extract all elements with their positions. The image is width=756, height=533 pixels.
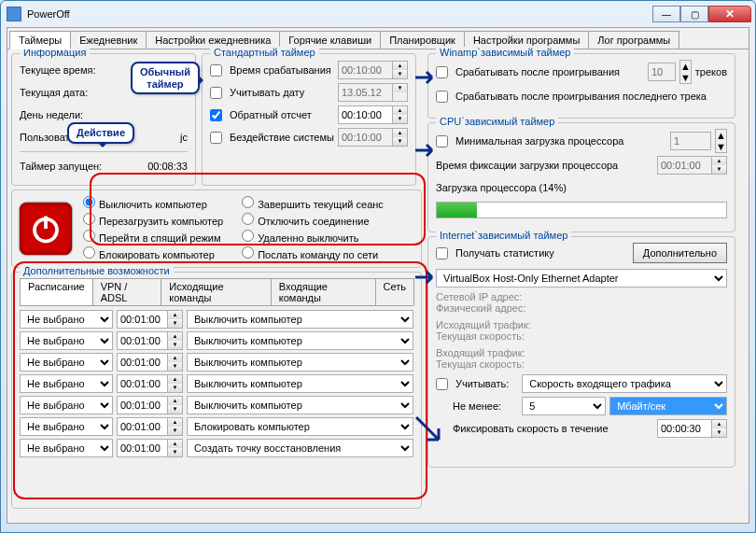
consider-select[interactable]: Скорость входящего трафика: [522, 374, 727, 393]
input-tracks[interactable]: [648, 63, 676, 81]
group-extra-title: Дополнительные возможности: [20, 265, 174, 276]
schedule-day-select[interactable]: Не выбрано: [20, 310, 113, 329]
callout-action: Действие: [67, 122, 134, 144]
radio-sleep[interactable]: Перейти в спящий режим: [83, 230, 223, 244]
label-cpu-load: Загрузка процессора (14%): [436, 182, 567, 193]
arrow-1: [414, 69, 439, 86]
label-day-of-week: День недели:: [20, 109, 83, 120]
schedule-action-select[interactable]: Выключить компьютер: [187, 396, 413, 414]
subtab-schedule[interactable]: Расписание: [20, 278, 93, 305]
more-button[interactable]: Дополнительно: [633, 243, 727, 263]
label-consider: Учитывать:: [455, 378, 509, 389]
input-date[interactable]: [338, 83, 392, 102]
arrow-2: [414, 142, 439, 159]
schedule-day-select[interactable]: Не выбрано: [20, 396, 113, 414]
schedule-day-select[interactable]: Не выбрано: [20, 331, 113, 350]
window-title: PowerOff: [27, 8, 652, 20]
schedule-time-input[interactable]: [117, 331, 167, 350]
group-cpu: CPU`зависимый таймер Минимальная загрузк…: [427, 122, 735, 232]
main-tabs: Таймеры Ежедневник Настройки ежедневника…: [7, 28, 749, 49]
label-current-time: Текущее время:: [20, 64, 96, 76]
schedule-time-input[interactable]: [117, 310, 167, 329]
schedule-day-select[interactable]: Не выбрано: [20, 439, 113, 457]
tab-log[interactable]: Лог программы: [588, 31, 679, 49]
radio-net-command[interactable]: Послать команду по сети: [242, 246, 384, 260]
subtab-out-cmds[interactable]: Исходящие команды: [161, 278, 272, 305]
maximize-button[interactable]: ▢: [680, 6, 708, 22]
input-trigger-time[interactable]: [338, 61, 392, 79]
label-winamp-after-play: Срабатывать после проигрывания: [455, 66, 620, 77]
schedule-time-input[interactable]: [117, 439, 167, 457]
radio-disconnect[interactable]: Отключить соединение: [242, 213, 384, 227]
input-cpu-minload[interactable]: [670, 132, 711, 150]
label-timer-running: Таймер запущен:: [20, 161, 102, 172]
schedule-action-select[interactable]: Создать точку восстановления: [187, 439, 413, 457]
chk-idle[interactable]: [210, 132, 222, 144]
chk-trigger-time[interactable]: [210, 64, 222, 77]
label-cur-speed-2: Текущая скорость:: [436, 358, 727, 370]
chk-use-date[interactable]: [210, 87, 222, 99]
group-std-timer: Стандартный таймер Время срабатывания ▲▼…: [202, 53, 416, 186]
label-net-ip: Сетевой IP адрес:: [436, 291, 727, 302]
subtab-vpn[interactable]: VPN / ADSL: [92, 278, 162, 305]
schedule-row: Не выбрано ▲▼ Выключить компьютер: [20, 374, 413, 393]
input-idle[interactable]: [338, 128, 392, 147]
close-button[interactable]: ✕: [708, 6, 751, 22]
schedule-action-select[interactable]: Выключить компьютер: [187, 353, 413, 372]
radio-shutdown[interactable]: Выключить компьютер: [83, 196, 223, 210]
schedule-action-select[interactable]: Выключить компьютер: [187, 331, 413, 350]
input-countdown[interactable]: [338, 105, 392, 124]
adapter-select[interactable]: VirtualBox Host-Only Ethernet Adapter: [436, 269, 727, 288]
schedule-row: Не выбрано ▲▼ Выключить компьютер: [20, 331, 413, 350]
label-current-date: Текущая дата:: [20, 87, 88, 98]
schedule-row: Не выбрано ▲▼ Блокировать компьютер: [20, 417, 413, 436]
callout-normal-timer: Обычный таймер: [131, 62, 200, 94]
schedule-row: Не выбрано ▲▼ Создать точку восстановлен…: [20, 439, 413, 457]
value-user: jc: [180, 132, 188, 143]
radio-reboot[interactable]: Перезагрузить компьютер: [83, 213, 223, 227]
spin-up[interactable]: ▲: [393, 62, 407, 70]
radio-lock[interactable]: Блокировать компьютер: [83, 246, 223, 260]
minimize-button[interactable]: —: [652, 6, 680, 22]
group-internet: Internet`зависимый таймер Получать стати…: [427, 236, 735, 468]
schedule-day-select[interactable]: Не выбрано: [20, 353, 113, 372]
group-winamp-title: Winamp`зависимый таймер: [436, 47, 574, 58]
input-cpu-fixtime[interactable]: [657, 156, 711, 175]
group-winamp: Winamp`зависимый таймер Срабатывать посл…: [427, 53, 735, 119]
schedule-day-select[interactable]: Не выбрано: [20, 417, 113, 436]
radio-remote-off[interactable]: Удаленно выключить: [242, 230, 384, 244]
group-actions: Выключить компьютер Перезагрузить компью…: [11, 189, 422, 268]
arrow-4: [414, 415, 452, 453]
schedule-action-select[interactable]: Выключить компьютер: [187, 374, 413, 393]
schedule-time-input[interactable]: [117, 353, 167, 372]
chk-winamp-after-last[interactable]: [436, 91, 448, 103]
spin-down[interactable]: ▼: [393, 70, 407, 78]
label-countdown: Обратный отсчет: [230, 109, 312, 120]
unit-select[interactable]: Мбайт/сек: [609, 397, 727, 415]
group-internet-title: Internet`зависимый таймер: [436, 230, 571, 241]
chk-countdown[interactable]: [210, 109, 222, 121]
schedule-action-select[interactable]: Блокировать компьютер: [187, 417, 413, 436]
schedule-action-select[interactable]: Выключить компьютер: [187, 310, 413, 329]
subtab-network[interactable]: Сеть: [375, 278, 414, 305]
subtab-in-cmds[interactable]: Входящие команды: [271, 278, 376, 305]
titlebar: PowerOff — ▢ ✕: [1, 1, 755, 27]
chk-get-stats[interactable]: [436, 247, 448, 259]
label-winamp-after-last: Срабатывать после проигрывания последнег…: [455, 91, 707, 102]
schedule-list: Не выбрано ▲▼ Выключить компьютерНе выбр…: [20, 310, 413, 457]
schedule-day-select[interactable]: Не выбрано: [20, 374, 113, 393]
label-cpu-minload: Минимальная загрузка процессора: [455, 135, 623, 147]
input-fix-speed[interactable]: [657, 419, 711, 438]
label-at-least: Не менее:: [453, 400, 501, 412]
at-least-select[interactable]: 5: [522, 397, 606, 415]
schedule-row: Не выбрано ▲▼ Выключить компьютер: [20, 310, 413, 329]
chk-consider[interactable]: [436, 378, 448, 390]
label-trigger-time: Время срабатывания: [230, 64, 331, 76]
schedule-time-input[interactable]: [117, 417, 167, 436]
tab-timers[interactable]: Таймеры: [9, 31, 71, 49]
subtabs: Расписание VPN / ADSL Исходящие команды …: [20, 278, 413, 306]
schedule-time-input[interactable]: [117, 374, 167, 393]
schedule-time-input[interactable]: [117, 396, 167, 414]
radio-logoff[interactable]: Завершить текущий сеанс: [242, 196, 384, 210]
power-icon: [20, 203, 72, 255]
